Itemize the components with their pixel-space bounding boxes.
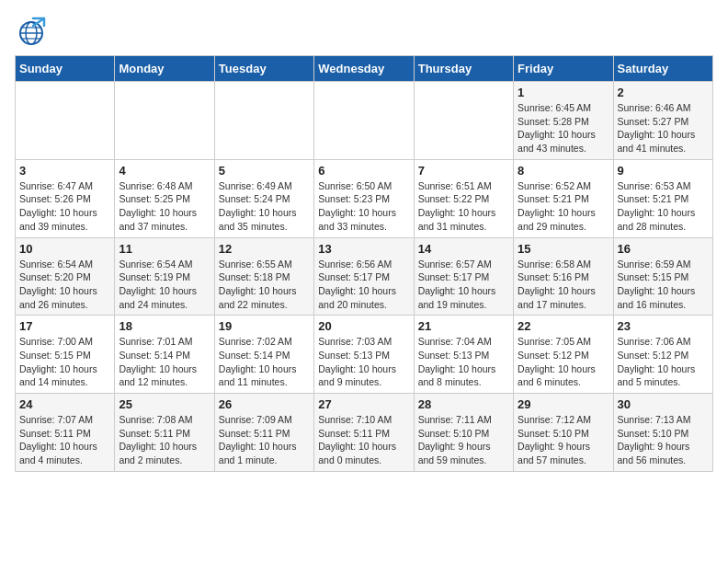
- week-row-2: 3Sunrise: 6:47 AMSunset: 5:26 PMDaylight…: [16, 159, 713, 237]
- day-info: Sunrise: 6:54 AMSunset: 5:19 PMDaylight:…: [119, 258, 210, 312]
- day-cell: [16, 82, 115, 160]
- day-cell: 3Sunrise: 6:47 AMSunset: 5:26 PMDaylight…: [16, 159, 115, 237]
- day-number: 7: [418, 164, 509, 178]
- day-number: 27: [318, 397, 409, 411]
- day-number: 30: [618, 397, 709, 411]
- day-number: 13: [318, 242, 409, 256]
- day-number: 19: [219, 319, 310, 333]
- weekday-header-friday: Friday: [514, 56, 613, 82]
- day-cell: 29Sunrise: 7:12 AMSunset: 5:10 PMDayligh…: [514, 394, 613, 472]
- day-info: Sunrise: 6:52 AMSunset: 5:21 PMDaylight:…: [518, 179, 609, 234]
- day-cell: [214, 82, 313, 160]
- day-info: Sunrise: 6:51 AMSunset: 5:22 PMDaylight:…: [418, 179, 509, 234]
- day-cell: 12Sunrise: 6:55 AMSunset: 5:18 PMDayligh…: [214, 237, 313, 316]
- day-cell: 30Sunrise: 7:13 AMSunset: 5:10 PMDayligh…: [613, 394, 712, 472]
- day-number: 3: [19, 164, 110, 178]
- day-number: 2: [618, 86, 709, 99]
- day-info: Sunrise: 6:45 AMSunset: 5:28 PMDaylight:…: [518, 101, 609, 155]
- day-cell: [314, 82, 414, 160]
- weekday-header-thursday: Thursday: [414, 56, 513, 82]
- day-cell: 7Sunrise: 6:51 AMSunset: 5:22 PMDaylight…: [414, 159, 513, 237]
- day-number: 1: [518, 86, 609, 99]
- day-info: Sunrise: 6:53 AMSunset: 5:21 PMDaylight:…: [618, 179, 709, 234]
- day-cell: 24Sunrise: 7:07 AMSunset: 5:11 PMDayligh…: [16, 394, 115, 472]
- day-info: Sunrise: 6:59 AMSunset: 5:15 PMDaylight:…: [618, 258, 709, 312]
- day-number: 10: [19, 242, 110, 256]
- day-number: 17: [19, 319, 110, 333]
- day-cell: 8Sunrise: 6:52 AMSunset: 5:21 PMDaylight…: [514, 159, 613, 237]
- day-info: Sunrise: 6:46 AMSunset: 5:27 PMDaylight:…: [618, 101, 709, 155]
- day-number: 15: [518, 242, 609, 256]
- day-cell: 6Sunrise: 6:50 AMSunset: 5:23 PMDaylight…: [314, 159, 414, 237]
- day-cell: 14Sunrise: 6:57 AMSunset: 5:17 PMDayligh…: [414, 237, 513, 316]
- day-cell: [115, 82, 214, 160]
- day-number: 23: [618, 319, 709, 333]
- header-row: SundayMondayTuesdayWednesdayThursdayFrid…: [16, 56, 713, 82]
- day-cell: 20Sunrise: 7:03 AMSunset: 5:13 PMDayligh…: [314, 316, 414, 394]
- weekday-header-saturday: Saturday: [613, 56, 712, 82]
- day-info: Sunrise: 7:00 AMSunset: 5:15 PMDaylight:…: [19, 335, 110, 389]
- day-info: Sunrise: 7:10 AMSunset: 5:11 PMDaylight:…: [318, 413, 409, 467]
- day-cell: 1Sunrise: 6:45 AMSunset: 5:28 PMDaylight…: [514, 82, 613, 160]
- day-info: Sunrise: 7:08 AMSunset: 5:11 PMDaylight:…: [119, 413, 210, 467]
- day-number: 28: [418, 397, 509, 411]
- day-info: Sunrise: 7:02 AMSunset: 5:14 PMDaylight:…: [219, 335, 310, 389]
- day-number: 16: [618, 242, 709, 256]
- day-number: 20: [318, 319, 409, 333]
- day-cell: 25Sunrise: 7:08 AMSunset: 5:11 PMDayligh…: [115, 394, 214, 472]
- calendar-table: SundayMondayTuesdayWednesdayThursdayFrid…: [15, 55, 713, 472]
- day-number: 5: [219, 164, 310, 178]
- day-number: 14: [418, 242, 509, 256]
- day-info: Sunrise: 7:04 AMSunset: 5:13 PMDaylight:…: [418, 335, 509, 389]
- page-header: [15, 15, 713, 48]
- day-info: Sunrise: 7:11 AMSunset: 5:10 PMDaylight:…: [418, 413, 509, 467]
- day-number: 21: [418, 319, 509, 333]
- weekday-header-wednesday: Wednesday: [314, 56, 414, 82]
- day-number: 8: [518, 164, 609, 178]
- day-cell: 2Sunrise: 6:46 AMSunset: 5:27 PMDaylight…: [613, 82, 712, 160]
- day-number: 29: [518, 397, 609, 411]
- week-row-3: 10Sunrise: 6:54 AMSunset: 5:20 PMDayligh…: [16, 237, 713, 316]
- day-info: Sunrise: 6:49 AMSunset: 5:24 PMDaylight:…: [219, 179, 310, 234]
- logo: [15, 15, 53, 48]
- day-cell: 16Sunrise: 6:59 AMSunset: 5:15 PMDayligh…: [613, 237, 712, 316]
- day-info: Sunrise: 6:48 AMSunset: 5:25 PMDaylight:…: [119, 179, 210, 234]
- day-cell: 28Sunrise: 7:11 AMSunset: 5:10 PMDayligh…: [414, 394, 513, 472]
- day-info: Sunrise: 7:07 AMSunset: 5:11 PMDaylight:…: [19, 413, 110, 467]
- day-number: 12: [219, 242, 310, 256]
- day-info: Sunrise: 6:55 AMSunset: 5:18 PMDaylight:…: [219, 258, 310, 312]
- day-number: 9: [618, 164, 709, 178]
- weekday-header-tuesday: Tuesday: [214, 56, 313, 82]
- day-number: 24: [19, 397, 110, 411]
- day-cell: 4Sunrise: 6:48 AMSunset: 5:25 PMDaylight…: [115, 159, 214, 237]
- weekday-header-sunday: Sunday: [16, 56, 115, 82]
- day-cell: [414, 82, 513, 160]
- day-cell: 18Sunrise: 7:01 AMSunset: 5:14 PMDayligh…: [115, 316, 214, 394]
- day-info: Sunrise: 7:03 AMSunset: 5:13 PMDaylight:…: [318, 335, 409, 389]
- day-cell: 17Sunrise: 7:00 AMSunset: 5:15 PMDayligh…: [16, 316, 115, 394]
- week-row-1: 1Sunrise: 6:45 AMSunset: 5:28 PMDaylight…: [16, 82, 713, 160]
- day-number: 18: [119, 319, 210, 333]
- day-number: 4: [119, 164, 210, 178]
- day-info: Sunrise: 7:12 AMSunset: 5:10 PMDaylight:…: [518, 413, 609, 467]
- day-cell: 13Sunrise: 6:56 AMSunset: 5:17 PMDayligh…: [314, 237, 414, 316]
- day-info: Sunrise: 6:58 AMSunset: 5:16 PMDaylight:…: [518, 258, 609, 312]
- day-info: Sunrise: 7:09 AMSunset: 5:11 PMDaylight:…: [219, 413, 310, 467]
- day-info: Sunrise: 6:54 AMSunset: 5:20 PMDaylight:…: [19, 258, 110, 312]
- day-cell: 22Sunrise: 7:05 AMSunset: 5:12 PMDayligh…: [514, 316, 613, 394]
- day-number: 11: [119, 242, 210, 256]
- day-cell: 11Sunrise: 6:54 AMSunset: 5:19 PMDayligh…: [115, 237, 214, 316]
- day-info: Sunrise: 7:05 AMSunset: 5:12 PMDaylight:…: [518, 335, 609, 389]
- day-info: Sunrise: 6:57 AMSunset: 5:17 PMDaylight:…: [418, 258, 509, 312]
- weekday-header-monday: Monday: [115, 56, 214, 82]
- day-cell: 21Sunrise: 7:04 AMSunset: 5:13 PMDayligh…: [414, 316, 513, 394]
- day-cell: 9Sunrise: 6:53 AMSunset: 5:21 PMDaylight…: [613, 159, 712, 237]
- week-row-5: 24Sunrise: 7:07 AMSunset: 5:11 PMDayligh…: [16, 394, 713, 472]
- day-info: Sunrise: 6:47 AMSunset: 5:26 PMDaylight:…: [19, 179, 110, 234]
- day-info: Sunrise: 6:56 AMSunset: 5:17 PMDaylight:…: [318, 258, 409, 312]
- day-number: 22: [518, 319, 609, 333]
- day-cell: 26Sunrise: 7:09 AMSunset: 5:11 PMDayligh…: [214, 394, 313, 472]
- day-info: Sunrise: 7:13 AMSunset: 5:10 PMDaylight:…: [618, 413, 709, 467]
- week-row-4: 17Sunrise: 7:00 AMSunset: 5:15 PMDayligh…: [16, 316, 713, 394]
- day-cell: 10Sunrise: 6:54 AMSunset: 5:20 PMDayligh…: [16, 237, 115, 316]
